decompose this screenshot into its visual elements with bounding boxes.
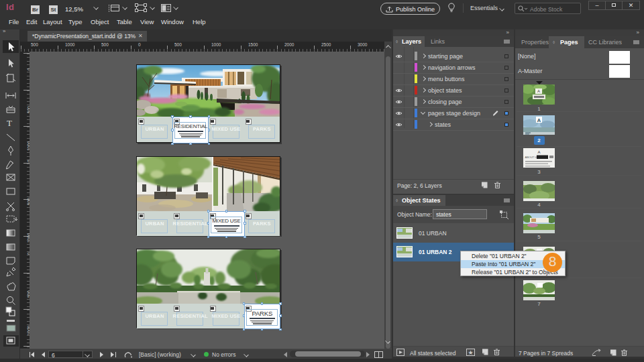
svg-text:T: T <box>7 118 12 128</box>
svg-text:A: A <box>537 150 540 154</box>
svg-text:A: A <box>537 117 541 123</box>
svg-text:A: A <box>537 89 540 93</box>
svg-text:★: ★ <box>468 349 473 356</box>
